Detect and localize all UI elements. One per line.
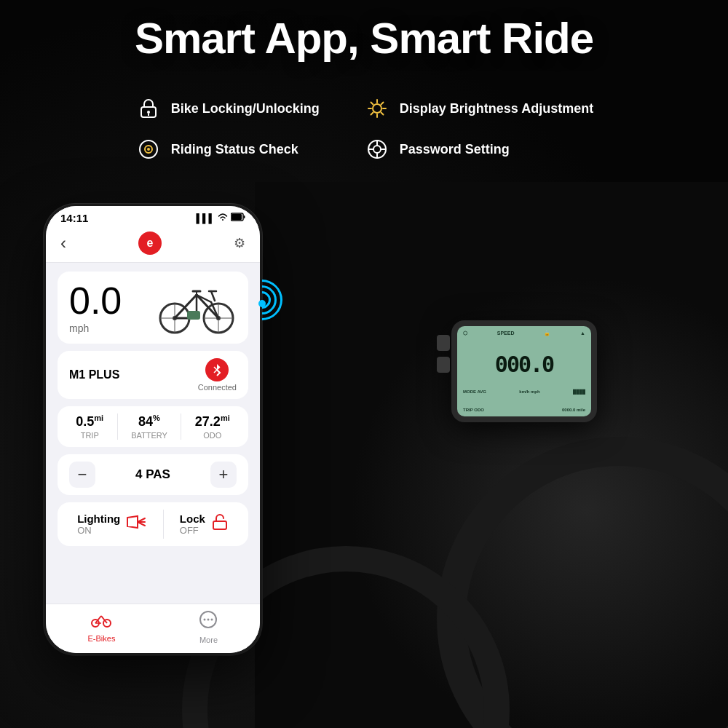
- status-time: 14:11: [60, 212, 88, 224]
- lock-icon: [135, 95, 162, 122]
- phone: 14:11 ▌▌▌ ‹ e ⚙: [44, 204, 262, 655]
- computer-screen: ⬡ SPEED 🔒 ▲ 000.0 MODE AVG km/h mph ████…: [457, 326, 591, 416]
- controls-card: Lighting ON: [58, 502, 248, 546]
- features-col-2: Display Brightness Adjustment Password S…: [363, 95, 593, 163]
- app-logo: e: [138, 232, 162, 255]
- feature-text-locking: Bike Locking/Unlocking: [171, 101, 320, 116]
- stats-card: 0.5mi TRIP 84% BATTERY: [58, 406, 248, 447]
- stat-battery: 84% BATTERY: [131, 414, 167, 440]
- bottom-nav: E-Bikes More: [46, 604, 260, 653]
- speed-label: SPEED: [497, 331, 515, 336]
- stat-odo: 27.2mi ODO: [195, 414, 230, 440]
- main-title: Smart App, Smart Ride: [0, 15, 728, 63]
- features-col-1: Bike Locking/Unlocking Riding Status Che…: [135, 95, 320, 163]
- svg-point-56: [207, 619, 210, 621]
- svg-point-6: [373, 104, 381, 113]
- signal-icon: ▌▌▌: [196, 213, 215, 223]
- svg-line-38: [211, 291, 215, 301]
- screen-top: ⬡ SPEED 🔒 ▲: [463, 331, 585, 336]
- lighting-icon: [126, 515, 146, 534]
- nav-ebikes[interactable]: E-Bikes: [88, 610, 116, 644]
- stat-divider-1: [117, 414, 118, 440]
- speed-unit: mph: [69, 323, 122, 334]
- lighting-status: ON: [77, 525, 120, 536]
- svg-line-12: [381, 113, 383, 115]
- stat-trip-label: TRIP: [76, 431, 103, 440]
- phone-wrapper: 14:11 ▌▌▌ ‹ e ⚙: [44, 204, 262, 655]
- app-content: 0.0 mph: [46, 263, 260, 604]
- svg-rect-22: [232, 214, 242, 220]
- svg-point-16: [373, 146, 381, 153]
- stat-trip: 0.5mi TRIP: [76, 414, 103, 440]
- lock-label-group: Lock OFF: [180, 513, 205, 536]
- more-label: More: [199, 636, 218, 644]
- svg-point-57: [211, 619, 213, 621]
- ebikes-icon: [91, 610, 111, 632]
- stat-divider-2: [181, 414, 181, 440]
- pas-value: 4 PAS: [135, 467, 170, 482]
- svg-line-13: [381, 103, 383, 105]
- connection-status: Connected: [198, 383, 237, 392]
- distance-value: 0000.0 mile: [562, 408, 585, 412]
- speed-value: 0.0: [69, 282, 122, 320]
- back-button[interactable]: ‹: [60, 233, 66, 253]
- screen-bottom: MODE AVG km/h mph ████: [463, 389, 585, 394]
- svg-rect-48: [213, 521, 226, 529]
- bike-name: M1 PLUS: [69, 368, 119, 381]
- page-wrapper: Smart App, Smart Ride Bike Locking/Unloc…: [0, 0, 728, 728]
- svg-point-55: [204, 619, 206, 621]
- feature-text-brightness: Display Brightness Adjustment: [400, 101, 593, 116]
- controls-divider: [163, 510, 164, 539]
- pas-increase-button[interactable]: +: [210, 462, 237, 488]
- lock-indicator: 🔒: [544, 331, 550, 336]
- ebikes-label: E-Bikes: [88, 634, 116, 643]
- bt-indicator: ⬡: [463, 331, 467, 336]
- features-section: Bike Locking/Unlocking Riding Status Che…: [0, 95, 728, 163]
- stat-battery-value: 84%: [131, 414, 167, 430]
- trip-odo-label: TRIP ODO: [463, 408, 484, 412]
- feature-password: Password Setting: [363, 135, 593, 163]
- lock-control-icon: [211, 513, 229, 535]
- pas-card: − 4 PAS +: [58, 454, 248, 495]
- svg-line-14: [371, 113, 373, 115]
- riding-status-icon: [135, 135, 162, 163]
- alert-indicator: ▲: [580, 331, 585, 336]
- wifi-icon: [218, 213, 228, 223]
- stat-odo-label: ODO: [195, 431, 230, 440]
- lock-control[interactable]: Lock OFF: [180, 513, 229, 536]
- feature-text-password: Password Setting: [400, 142, 510, 157]
- svg-line-11: [371, 103, 373, 105]
- feature-bike-locking: Bike Locking/Unlocking: [135, 95, 320, 122]
- screen-speed-display: 000.0: [463, 350, 585, 376]
- speed-card: 0.0 mph: [58, 272, 248, 344]
- computer-btn-bottom[interactable]: [437, 357, 450, 373]
- connection-card: M1 PLUS Connected: [58, 351, 248, 399]
- screen-sub: TRIP ODO 0000.0 mile: [463, 408, 585, 412]
- settings-icon[interactable]: ⚙: [234, 235, 245, 251]
- nav-more[interactable]: More: [199, 610, 218, 644]
- svg-rect-23: [244, 215, 245, 218]
- bike-image: [157, 280, 237, 335]
- status-bar: 14:11 ▌▌▌: [46, 206, 260, 227]
- stat-trip-value: 0.5mi: [76, 414, 103, 430]
- password-icon: [363, 135, 391, 163]
- svg-rect-42: [187, 311, 200, 320]
- feature-brightness: Display Brightness Adjustment: [363, 95, 593, 122]
- pas-decrease-button[interactable]: −: [69, 462, 95, 488]
- svg-point-1: [147, 111, 150, 114]
- bluetooth-badge: Connected: [198, 358, 237, 392]
- feature-riding-status: Riding Status Check: [135, 135, 320, 163]
- svg-point-5: [147, 148, 150, 151]
- bluetooth-icon: [205, 358, 229, 381]
- battery-bar: ████: [573, 389, 585, 394]
- lock-label: Lock: [180, 513, 205, 525]
- brightness-icon: [363, 95, 391, 122]
- more-icon: [199, 610, 218, 633]
- phone-screen: 14:11 ▌▌▌ ‹ e ⚙: [46, 206, 260, 653]
- computer-buttons: [437, 335, 450, 373]
- battery-icon: [231, 213, 245, 223]
- lighting-control[interactable]: Lighting ON: [77, 513, 146, 536]
- feature-text-riding: Riding Status Check: [171, 142, 298, 157]
- computer-btn-top[interactable]: [437, 335, 450, 351]
- status-icons: ▌▌▌: [196, 213, 245, 223]
